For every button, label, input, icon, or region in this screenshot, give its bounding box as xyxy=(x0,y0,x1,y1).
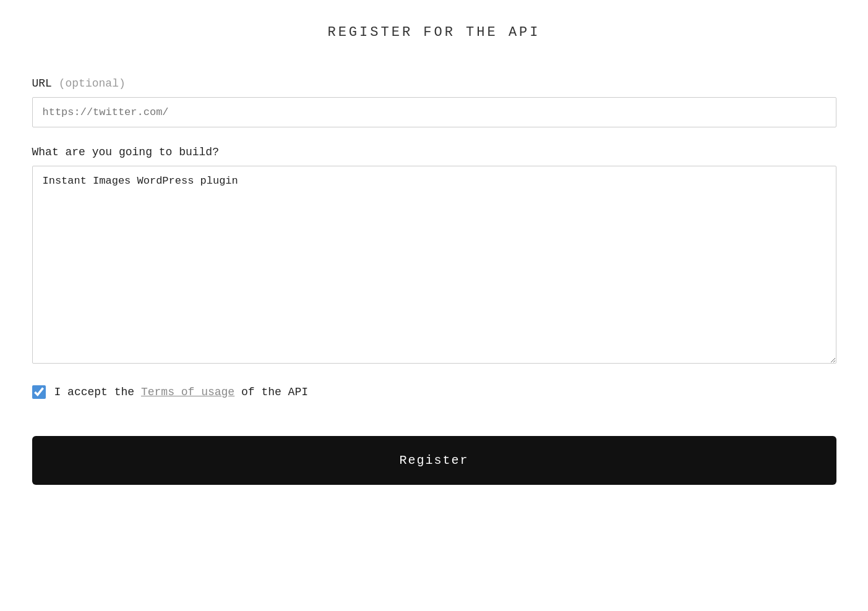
build-label: What are you going to build? xyxy=(32,146,836,158)
build-field-group: What are you going to build? Instant Ima… xyxy=(32,146,836,367)
checkbox-label: I accept the Terms of usage of the API xyxy=(54,386,309,398)
terms-link[interactable]: Terms of usage xyxy=(141,386,234,398)
url-input[interactable] xyxy=(32,97,836,127)
url-field-group: URL (optional) xyxy=(32,77,836,127)
url-label: URL (optional) xyxy=(32,77,836,90)
page-container: REGISTER FOR THE API URL (optional) What… xyxy=(32,25,836,485)
page-title: REGISTER FOR THE API xyxy=(32,25,836,40)
url-optional-label: (optional) xyxy=(59,77,126,90)
register-button[interactable]: Register xyxy=(32,436,836,485)
terms-checkbox-row: I accept the Terms of usage of the API xyxy=(32,385,836,399)
build-textarea[interactable]: Instant Images WordPress plugin xyxy=(32,166,836,364)
terms-checkbox[interactable] xyxy=(32,385,46,399)
